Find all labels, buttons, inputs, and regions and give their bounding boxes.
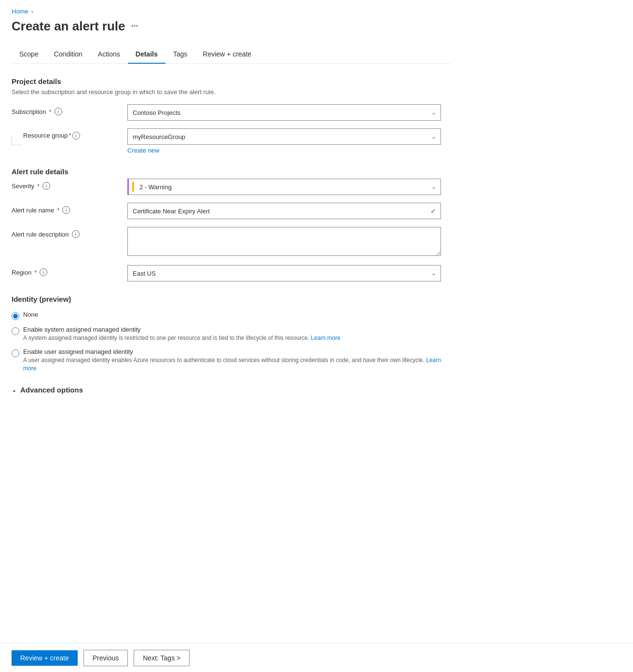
severity-indicator [132,182,134,192]
identity-system-label-group: Enable system assigned managed identity … [23,326,341,342]
alert-rule-name-required: * [57,207,59,214]
subscription-row: Subscription * i Contoso Projects ⌄ [12,104,452,121]
resource-group-row: Resource group * i myResourceGroup ⌄ Cre… [12,128,452,154]
review-create-button[interactable]: Review + create [12,650,78,666]
identity-user-item: Enable user assigned managed identity A … [12,348,452,373]
alert-rule-name-info-icon[interactable]: i [62,206,70,214]
identity-none-label: None [23,311,38,318]
resource-group-select-wrapper: myResourceGroup ⌄ [127,128,441,145]
identity-none-radio[interactable] [12,312,19,320]
advanced-options-chevron-icon: ⌄ [12,387,16,393]
identity-section: Identity (preview) None Enable system as… [12,295,452,372]
advanced-options-label: Advanced options [20,386,83,394]
page-title-ellipsis[interactable]: ··· [131,21,138,31]
subscription-control: Contoso Projects ⌄ [127,104,452,121]
tab-condition[interactable]: Condition [46,45,90,64]
breadcrumb-home[interactable]: Home [12,8,28,15]
advanced-options-toggle[interactable]: ⌄ Advanced options [12,386,452,394]
create-new-link[interactable]: Create new [127,147,159,154]
region-required: * [34,269,37,276]
region-row: Region * i East US West US West US 2 Eas… [12,265,452,281]
alert-rule-desc-label: Alert rule description i [12,227,127,238]
tab-scope[interactable]: Scope [12,45,46,64]
identity-radio-group: None Enable system assigned managed iden… [12,311,452,372]
identity-title: Identity (preview) [12,295,452,303]
subscription-select[interactable]: Contoso Projects [127,104,441,121]
alert-rule-desc-row: Alert rule description i [12,227,452,257]
alert-rule-desc-info-icon[interactable]: i [72,230,80,238]
resource-group-select[interactable]: myResourceGroup [127,128,441,145]
project-details-title: Project details [12,77,452,85]
severity-select-wrapper: 2 - Warning 0 - Critical 1 - Error 3 - I… [127,179,441,195]
severity-required: * [37,182,40,190]
tab-review-create[interactable]: Review + create [195,45,259,64]
identity-user-label: Enable user assigned managed identity [23,348,452,355]
identity-none-item: None [12,311,452,320]
system-identity-learn-more-link[interactable]: Learn more [311,335,340,341]
region-select-wrapper: East US West US West US 2 East US 2 Cent… [127,265,441,281]
alert-rule-details-section: Alert rule details Severity * i 2 - Warn… [12,168,452,281]
alert-rule-details-title: Alert rule details [12,168,452,176]
identity-user-label-group: Enable user assigned managed identity A … [23,348,452,373]
page-title-text: Create an alert rule [12,19,125,34]
project-details-section: Project details Select the subscription … [12,77,452,154]
breadcrumb-sep: › [31,8,33,15]
alert-rule-name-row: Alert rule name * i ✓ [12,203,452,219]
identity-system-item: Enable system assigned managed identity … [12,326,452,342]
tab-tags[interactable]: Tags [165,45,195,64]
identity-none-label-group: None [23,311,38,318]
resource-group-label-col: Resource group * i [12,128,127,145]
severity-control: 2 - Warning 0 - Critical 1 - Error 3 - I… [127,179,452,195]
identity-user-radio[interactable] [12,350,19,357]
tabs-nav: Scope Condition Actions Details Tags Rev… [12,45,452,64]
subscription-info-icon[interactable]: i [55,108,62,115]
alert-rule-name-label: Alert rule name * i [12,203,127,214]
tab-actions[interactable]: Actions [90,45,128,64]
resource-group-control: myResourceGroup ⌄ Create new [127,128,452,154]
alert-rule-name-valid-icon: ✓ [430,207,436,215]
severity-select[interactable]: 2 - Warning 0 - Critical 1 - Error 3 - I… [127,179,441,195]
region-control: East US West US West US 2 East US 2 Cent… [127,265,452,281]
tab-details[interactable]: Details [128,45,165,64]
alert-rule-name-input[interactable] [127,203,441,219]
previous-button[interactable]: Previous [83,650,128,666]
alert-rule-desc-control [127,227,452,257]
severity-label: Severity * i [12,179,127,190]
footer-bar: Review + create Previous Next: Tags > [0,643,633,672]
resource-group-indent: Resource group * i [12,132,80,145]
severity-row: Severity * i 2 - Warning 0 - Critical 1 … [12,179,452,195]
subscription-label: Subscription * i [12,104,127,115]
page-title: Create an alert rule ··· [12,19,452,34]
identity-system-radio[interactable] [12,327,19,335]
identity-system-label: Enable system assigned managed identity [23,326,341,333]
alert-rule-name-input-wrapper: ✓ [127,203,441,219]
indent-line [12,136,21,145]
resource-group-info-icon[interactable]: i [72,132,80,140]
breadcrumb: Home › [12,8,452,15]
next-tags-button[interactable]: Next: Tags > [134,650,190,666]
region-label: Region * i [12,265,127,276]
identity-system-desc: A system assigned managed identity is re… [23,334,341,342]
alert-rule-name-control: ✓ [127,203,452,219]
identity-user-desc: A user assigned managed identity enables… [23,356,452,373]
project-details-desc: Select the subscription and resource gro… [12,88,452,96]
alert-rule-desc-textarea[interactable] [127,227,441,256]
region-info-icon[interactable]: i [40,268,47,276]
severity-info-icon[interactable]: i [42,182,50,190]
subscription-required: * [49,108,52,115]
region-select[interactable]: East US West US West US 2 East US 2 Cent… [127,265,441,281]
subscription-select-wrapper: Contoso Projects ⌄ [127,104,441,121]
resource-group-required: * [69,132,71,139]
